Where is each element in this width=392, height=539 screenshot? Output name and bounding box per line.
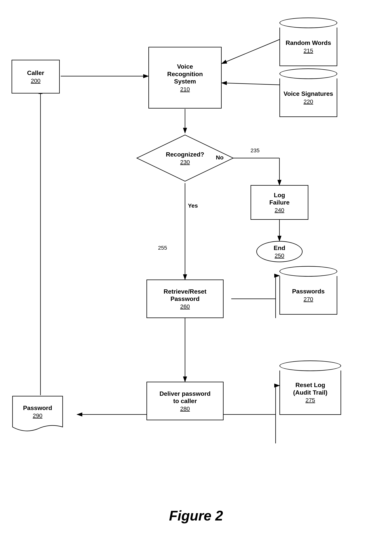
recognized-label: Recognized? — [166, 151, 204, 158]
passwords-ref: 270 — [304, 296, 313, 303]
retrieve-reset-box: Retrieve/Reset Password 260 — [147, 279, 224, 318]
reset-log-label: Reset Log (Audit Trail) — [293, 381, 327, 396]
voice-sig-label: Voice Signatures — [283, 90, 333, 97]
vrs-box: Voice Recognition System 210 — [148, 47, 222, 109]
ref-255-label: 255 — [158, 245, 167, 251]
random-words-label: Random Words — [286, 39, 331, 46]
end-ref: 250 — [275, 252, 284, 259]
svg-line-2 — [222, 39, 279, 64]
random-words-ref: 215 — [304, 48, 313, 54]
voice-sig-cylinder: Voice Signatures 220 — [279, 68, 337, 117]
deliver-password-box: Deliver password to caller 280 — [147, 382, 224, 420]
caller-label: Caller — [27, 69, 44, 77]
recognized-ref: 230 — [180, 159, 190, 165]
random-words-cylinder: Random Words 215 — [279, 18, 337, 66]
no-label: No — [216, 154, 224, 161]
reset-log-ref: 275 — [306, 397, 315, 404]
retrieve-reset-ref: 260 — [180, 303, 190, 310]
caller-box: Caller 200 — [12, 60, 60, 93]
reset-log-cylinder: Reset Log (Audit Trail) 275 — [279, 361, 341, 415]
deliver-password-ref: 280 — [180, 405, 190, 412]
caller-ref: 200 — [31, 77, 40, 84]
ref-235-label: 235 — [251, 148, 260, 154]
diagram: Caller 200 Voice Recognition System 210 … — [0, 0, 392, 539]
log-failure-ref: 240 — [275, 207, 284, 213]
deliver-password-label: Deliver password to caller — [160, 390, 211, 405]
retrieve-reset-label: Retrieve/Reset Password — [164, 288, 206, 303]
password-label: Password — [23, 404, 52, 412]
vrs-ref: 210 — [180, 86, 190, 92]
passwords-cylinder: Passwords 270 — [279, 266, 337, 315]
vrs-label: Voice Recognition System — [167, 63, 203, 85]
figure-caption: Figure 2 — [0, 508, 392, 524]
end-label: End — [274, 244, 285, 252]
log-failure-box: Log Failure 240 — [251, 185, 308, 220]
voice-sig-ref: 220 — [304, 98, 313, 105]
password-ref: 290 — [33, 412, 42, 419]
password-doc: Password 290 — [12, 395, 64, 434]
end-oval: End 250 — [256, 241, 303, 262]
svg-line-3 — [222, 83, 279, 85]
yes-label: Yes — [188, 202, 198, 209]
passwords-label: Passwords — [292, 288, 325, 295]
log-failure-label: Log Failure — [269, 191, 290, 206]
